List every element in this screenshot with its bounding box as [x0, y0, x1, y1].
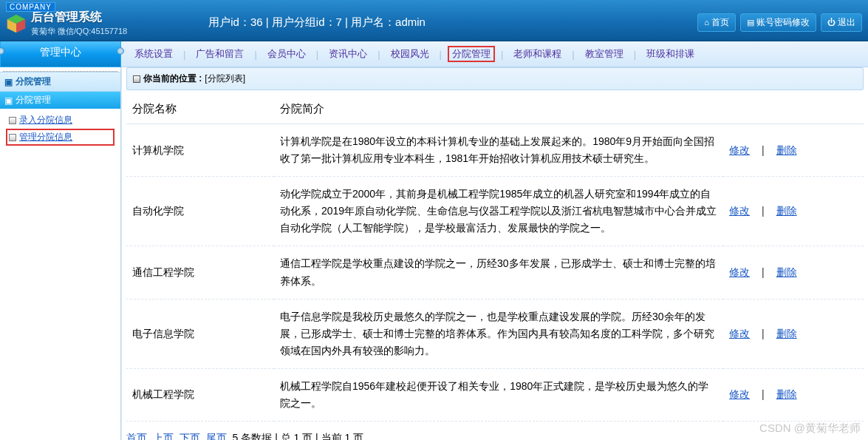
- nav-item[interactable]: 校园风光: [386, 46, 434, 62]
- delete-link[interactable]: 删除: [776, 144, 797, 156]
- rivet-icon: [117, 47, 124, 55]
- data-table: 分院名称 分院简介 计算机学院计算机学院是在1980年设立的本科计算机专业的基础…: [126, 95, 864, 422]
- action-separator: |: [762, 388, 765, 400]
- brand-block: 后台管理系统 黄菊华 微信/QQ:45157718: [31, 10, 127, 37]
- square-icon: ▣: [4, 77, 13, 87]
- nav-separator: |: [634, 49, 636, 60]
- action-separator: |: [762, 266, 765, 278]
- sidebar-item: 录入分院信息: [6, 112, 115, 129]
- edit-link[interactable]: 修改: [729, 328, 750, 339]
- edit-link[interactable]: 修改: [729, 205, 750, 217]
- nav-separator: |: [501, 49, 503, 60]
- pager-last[interactable]: 尾页: [206, 432, 227, 440]
- user-info: 用户id：36 | 用户分组id：7 | 用户名：admin: [208, 16, 426, 30]
- delete-link[interactable]: 删除: [776, 266, 797, 278]
- nav-item[interactable]: 老师和课程: [509, 46, 566, 62]
- cell-name: 计算机学院: [126, 124, 274, 177]
- edit-link[interactable]: 修改: [729, 388, 750, 400]
- nav-item[interactable]: 会员中心: [263, 46, 310, 62]
- pager-summary: 5 条数据 | 总 1 页 | 当前 1 页: [233, 432, 364, 440]
- nav-item[interactable]: 分院管理: [448, 46, 495, 62]
- square-icon: ▣: [4, 95, 13, 106]
- col-header-name: 分院名称: [126, 95, 274, 124]
- doc-icon: ▤: [747, 18, 754, 27]
- breadcrumb-icon: [133, 75, 140, 83]
- cell-name: 自动化学院: [126, 177, 274, 246]
- action-separator: |: [762, 144, 765, 156]
- cell-desc: 电子信息学院是我校历史最悠久的学院之一，也是学校重点建设发展的学院。历经30余年…: [274, 299, 723, 368]
- table-body: 计算机学院计算机学院是在1980年设立的本科计算机专业的基础上发展起来的。198…: [126, 124, 864, 422]
- content-area: 你当前的位置 : [分院列表] 分院名称 分院简介 计算机学院计算机学院是在19…: [121, 67, 868, 440]
- nav-item[interactable]: 教室管理: [581, 46, 628, 62]
- cell-actions: 修改|删除: [723, 299, 864, 368]
- nav-item[interactable]: 班级和排课: [642, 46, 699, 62]
- main-nav: 系统设置|广告和留言|会员中心|资讯中心|校园风光|分院管理|老师和课程|教室管…: [121, 41, 868, 67]
- sidebar-list: 录入分院信息管理分院信息: [0, 109, 120, 152]
- delete-link[interactable]: 删除: [776, 388, 797, 400]
- delete-link[interactable]: 删除: [776, 328, 797, 339]
- power-icon: ⏻: [827, 18, 835, 27]
- sidebar-link[interactable]: 管理分院信息: [19, 132, 72, 142]
- edit-link[interactable]: 修改: [729, 266, 750, 278]
- company-badge: COMPANY: [6, 2, 55, 12]
- nav-separator: |: [440, 49, 442, 60]
- top-header: COMPANY 后台管理系统 黄菊华 微信/QQ:45157718 用户id：3…: [0, 0, 868, 41]
- table-row: 计算机学院计算机学院是在1980年设立的本科计算机专业的基础上发展起来的。198…: [126, 124, 864, 177]
- app-subtitle: 黄菊华 微信/QQ:45157718: [31, 26, 127, 37]
- nav-item[interactable]: 系统设置: [130, 46, 177, 62]
- cell-desc: 通信工程学院是学校重点建设的学院之一，历经30多年发展，已形成学士、硕士和博士完…: [274, 246, 723, 299]
- table-row: 自动化学院动化学院成立于2000年，其前身是机械工程学院1985年成立的机器人研…: [126, 177, 864, 246]
- nav-separator: |: [316, 49, 318, 60]
- pagination: 首页 上页 下页 尾页 5 条数据 | 总 1 页 | 当前 1 页: [126, 432, 864, 440]
- cell-desc: 动化学院成立于2000年，其前身是机械工程学院1985年成立的机器人研究室和19…: [274, 177, 723, 246]
- table-row: 通信工程学院通信工程学院是学校重点建设的学院之一，历经30多年发展，已形成学士、…: [126, 246, 864, 299]
- nav-item[interactable]: 资讯中心: [324, 46, 372, 62]
- breadcrumb-value: [分院列表]: [205, 72, 245, 85]
- sidebar-link[interactable]: 录入分院信息: [19, 115, 72, 125]
- doc-icon: [9, 117, 16, 124]
- col-header-actions: [723, 95, 864, 124]
- delete-link[interactable]: 删除: [776, 205, 797, 217]
- col-header-desc: 分院简介: [274, 95, 723, 124]
- nav-separator: |: [377, 49, 380, 60]
- cell-actions: 修改|删除: [723, 177, 864, 246]
- logo-icon: [6, 13, 27, 34]
- rivet-icon: [0, 47, 4, 55]
- change-password-button[interactable]: ▤账号密码修改: [740, 13, 816, 32]
- table-header-row: 分院名称 分院简介: [126, 95, 864, 124]
- main-nav-wrap: 管理中心 系统设置|广告和留言|会员中心|资讯中心|校园风光|分院管理|老师和课…: [0, 41, 868, 67]
- doc-icon: [9, 134, 16, 141]
- nav-separator: |: [572, 49, 574, 60]
- nav-item[interactable]: 广告和留言: [191, 46, 248, 62]
- cell-desc: 计算机学院是在1980年设立的本科计算机专业的基础上发展起来的。1980年9月开…: [274, 124, 723, 177]
- home-button[interactable]: ⌂首页: [697, 13, 736, 32]
- action-separator: |: [762, 328, 765, 339]
- cell-name: 通信工程学院: [126, 246, 274, 299]
- table-row: 电子信息学院电子信息学院是我校历史最悠久的学院之一，也是学校重点建设发展的学院。…: [126, 299, 864, 368]
- table-row: 机械工程学院机械工程学院自1956年建校起便开设了相关专业，1980年正式建院，…: [126, 368, 864, 421]
- layout: ▣ 分院管理 ▣ 分院管理 录入分院信息管理分院信息 你当前的位置 : [分院列…: [0, 67, 868, 440]
- pager-first[interactable]: 首页: [126, 432, 147, 440]
- cell-actions: 修改|删除: [723, 246, 864, 299]
- cell-name: 电子信息学院: [126, 299, 274, 368]
- top-right-nav: ⌂首页 ▤账号密码修改 ⏻退出: [697, 13, 862, 32]
- cell-actions: 修改|删除: [723, 368, 864, 421]
- pager-prev[interactable]: 上页: [153, 432, 174, 440]
- sidebar-item: 管理分院信息: [6, 129, 115, 146]
- management-center-cap: 管理中心: [0, 41, 121, 67]
- sidebar: ▣ 分院管理 ▣ 分院管理 录入分院信息管理分院信息: [0, 67, 121, 440]
- sidebar-panel-title: ▣ 分院管理: [0, 72, 120, 92]
- action-separator: |: [762, 205, 765, 217]
- nav-separator: |: [183, 49, 185, 60]
- logout-button[interactable]: ⏻退出: [821, 13, 862, 32]
- pager-next[interactable]: 下页: [180, 432, 200, 440]
- cell-actions: 修改|删除: [723, 124, 864, 177]
- breadcrumb: 你当前的位置 : [分院列表]: [126, 67, 864, 90]
- sidebar-sub-title: ▣ 分院管理: [0, 92, 120, 109]
- breadcrumb-prefix: 你当前的位置 :: [143, 72, 202, 85]
- cell-name: 机械工程学院: [126, 368, 274, 421]
- nav-separator: |: [254, 49, 256, 60]
- edit-link[interactable]: 修改: [729, 144, 750, 156]
- home-icon: ⌂: [704, 18, 709, 27]
- cell-desc: 机械工程学院自1956年建校起便开设了相关专业，1980年正式建院，是学校历史最…: [274, 368, 723, 421]
